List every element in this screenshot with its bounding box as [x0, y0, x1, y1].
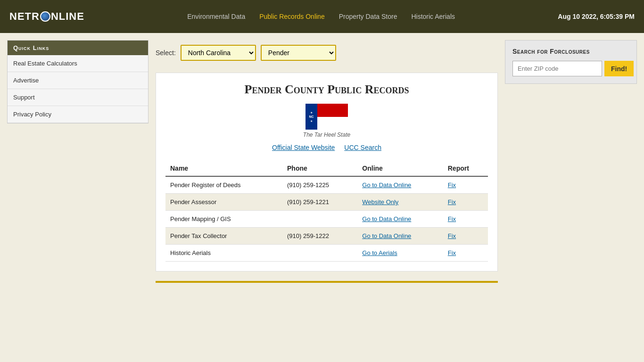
table-header-row: Name Phone Online Report — [165, 161, 488, 176]
online-link[interactable]: Go to Data Online — [362, 232, 411, 239]
flag-right — [317, 104, 348, 130]
cell-phone: (910) 259-1221 — [282, 194, 357, 211]
table-row: Pender Mapping / GISGo to Data OnlineFix — [165, 211, 488, 228]
fix-link[interactable]: Fix — [448, 249, 456, 256]
sidebar-item-advertise[interactable]: Advertise — [8, 72, 148, 89]
nav-property-data-store[interactable]: Property Data Store — [339, 13, 397, 20]
cell-report[interactable]: Fix — [443, 194, 488, 211]
flag-star: ★ — [310, 111, 313, 114]
flag-white-stripe — [317, 117, 348, 130]
sidebar-item-real-estate-calculators[interactable]: Real Estate Calculators — [8, 55, 148, 72]
cell-phone — [282, 211, 357, 228]
foreclosure-title: Search for Forclosures — [512, 48, 629, 55]
find-button[interactable]: Find! — [604, 61, 634, 76]
online-link[interactable]: Go to Data Online — [362, 215, 411, 222]
cell-name: Historic Aerials — [165, 245, 282, 262]
fix-link[interactable]: Fix — [448, 181, 456, 189]
state-links: Official State Website UCC Search — [165, 144, 488, 151]
cell-report[interactable]: Fix — [443, 176, 488, 194]
right-panel: Search for Forclosures Find! — [505, 40, 637, 283]
table-row: Pender Tax Collector(910) 259-1222Go to … — [165, 228, 488, 245]
sidebar-item-support[interactable]: Support — [8, 89, 148, 106]
online-link[interactable]: Website Only — [362, 198, 398, 206]
ucc-search-link[interactable]: UCC Search — [344, 144, 381, 151]
cell-online[interactable]: Go to Aerials — [357, 245, 443, 262]
cell-name: Pender Assessor — [165, 194, 282, 211]
quick-links-box: Quick Links Real Estate Calculators Adve… — [7, 40, 149, 123]
table-row: Pender Assessor(910) 259-1221Website Onl… — [165, 194, 488, 211]
quick-links-title: Quick Links — [8, 41, 148, 55]
cell-name: Pender Tax Collector — [165, 228, 282, 245]
cell-online[interactable]: Website Only — [357, 194, 443, 211]
county-title: Pender County Public Records — [165, 82, 488, 97]
logo-area[interactable]: NETRNLINE — [9, 10, 84, 23]
flag-caption: The Tar Heel State — [303, 132, 350, 138]
flag-red-stripe — [317, 104, 348, 117]
main-container: Quick Links Real Estate Calculators Adve… — [0, 33, 644, 290]
table-row: Historic AerialsGo to AerialsFix — [165, 245, 488, 262]
table-row: Pender Register of Deeds(910) 259-1225Go… — [165, 176, 488, 194]
records-table: Name Phone Online Report Pender Register… — [165, 161, 488, 262]
main-nav: Environmental Data Public Records Online… — [187, 13, 455, 20]
cell-report[interactable]: Fix — [443, 211, 488, 228]
zip-input[interactable] — [512, 61, 602, 76]
select-bar: Select: North Carolina Pender — [156, 40, 498, 66]
flag-star-2: ★ — [310, 119, 313, 123]
col-name: Name — [165, 161, 282, 176]
flag-blue-bar: ★ NC ★ — [305, 104, 317, 130]
nc-flag: ★ NC ★ — [305, 104, 348, 130]
cell-phone: (910) 259-1225 — [282, 176, 357, 194]
globe-icon — [40, 11, 50, 22]
cell-phone: (910) 259-1222 — [282, 228, 357, 245]
nav-historic-aerials[interactable]: Historic Aerials — [411, 13, 455, 20]
bottom-line — [156, 281, 498, 283]
cell-online[interactable]: Go to Data Online — [357, 176, 443, 194]
cell-report[interactable]: Fix — [443, 245, 488, 262]
zip-search-row: Find! — [512, 61, 629, 76]
records-tbody: Pender Register of Deeds(910) 259-1225Go… — [165, 176, 488, 262]
cell-name: Pender Register of Deeds — [165, 176, 282, 194]
online-link[interactable]: Go to Aerials — [362, 249, 397, 256]
datetime-display: Aug 10 2022, 6:05:39 PM — [558, 13, 635, 20]
records-box: Pender County Public Records ★ NC ★ The … — [156, 73, 498, 272]
nav-environmental-data[interactable]: Environmental Data — [187, 13, 245, 20]
online-link[interactable]: Go to Data Online — [362, 181, 411, 189]
flag-nc-letter: NC — [309, 115, 314, 118]
logo: NETRNLINE — [9, 10, 84, 23]
cell-report[interactable]: Fix — [443, 228, 488, 245]
foreclosure-box: Search for Forclosures Find! — [505, 40, 637, 84]
content-area: Select: North Carolina Pender Pender Cou… — [156, 40, 498, 283]
sidebar: Quick Links Real Estate Calculators Adve… — [7, 40, 149, 283]
flag-area: ★ NC ★ The Tar Heel State — [165, 104, 488, 138]
state-dropdown[interactable]: North Carolina — [181, 45, 256, 61]
cell-online[interactable]: Go to Data Online — [357, 228, 443, 245]
col-report: Report — [443, 161, 488, 176]
nav-public-records[interactable]: Public Records Online — [259, 13, 325, 20]
col-phone: Phone — [282, 161, 357, 176]
fix-link[interactable]: Fix — [448, 215, 456, 222]
official-state-website-link[interactable]: Official State Website — [272, 144, 335, 151]
cell-name: Pender Mapping / GIS — [165, 211, 282, 228]
select-label: Select: — [156, 49, 176, 57]
county-dropdown[interactable]: Pender — [261, 45, 336, 61]
cell-phone — [282, 245, 357, 262]
cell-online[interactable]: Go to Data Online — [357, 211, 443, 228]
fix-link[interactable]: Fix — [448, 198, 456, 206]
sidebar-item-privacy-policy[interactable]: Privacy Policy — [8, 106, 148, 123]
header: NETRNLINE Environmental Data Public Reco… — [0, 0, 644, 33]
fix-link[interactable]: Fix — [448, 232, 456, 239]
col-online: Online — [357, 161, 443, 176]
